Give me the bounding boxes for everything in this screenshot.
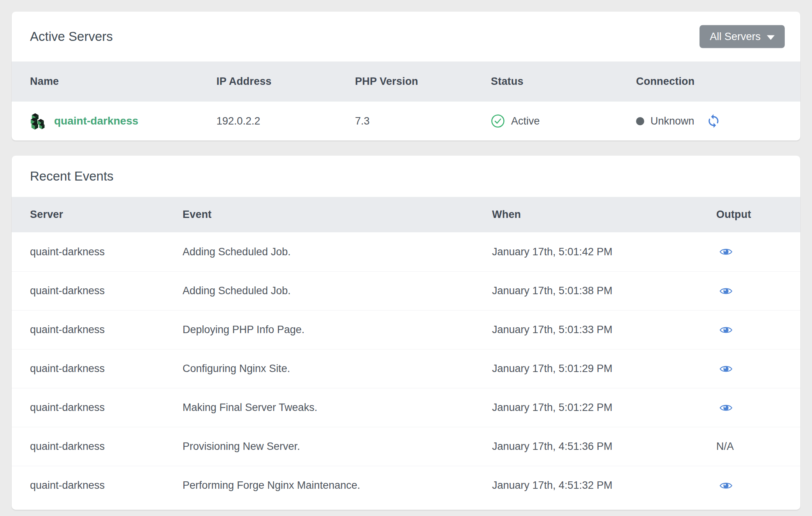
server-provider-icon [30,112,46,130]
all-servers-filter-label: All Servers [710,31,761,43]
event-row: quaint-darkness Configuring Nginx Site. … [12,349,800,388]
event-when: January 17th, 5:01:38 PM [492,285,716,297]
eye-icon [719,247,733,256]
view-output-button[interactable] [719,364,733,374]
event-description: Performing Forge Nginx Maintenance. [183,479,492,491]
event-when: January 17th, 5:01:29 PM [492,363,716,375]
column-header-output: Output [716,209,800,221]
server-php-version: 7.3 [355,115,491,127]
view-output-button[interactable] [719,403,733,412]
event-when: January 17th, 5:01:22 PM [492,402,716,414]
column-header-server: Server [12,209,183,221]
event-row: quaint-darkness Provisioning New Server.… [12,427,800,466]
eye-icon [719,325,733,335]
dashboard: Active Servers All Servers Name IP Addre… [0,0,812,510]
caret-down-icon [767,35,775,40]
event-description: Adding Scheduled Job. [183,246,492,258]
eye-icon [719,286,733,296]
server-connection: Unknown [636,114,800,128]
connection-status-dot-icon [636,117,644,125]
all-servers-filter-button[interactable]: All Servers [700,25,785,48]
event-description: Configuring Nginx Site. [183,363,492,375]
column-header-name: Name [12,75,216,88]
recent-events-title: Recent Events [30,167,785,185]
column-header-ip-address: IP Address [216,75,355,88]
event-row: quaint-darkness Performing Forge Nginx M… [12,466,800,505]
event-when: January 17th, 5:01:42 PM [492,246,716,258]
column-header-status: Status [491,75,636,88]
event-when: January 17th, 4:51:32 PM [492,479,716,491]
server-status-label: Active [511,115,540,127]
column-header-php-version: PHP Version [355,75,491,88]
event-description: Adding Scheduled Job. [183,285,492,297]
eye-icon [719,481,733,490]
event-server: quaint-darkness [12,285,183,297]
event-description: Making Final Server Tweaks. [183,402,492,414]
event-row: quaint-darkness Deploying PHP Info Page.… [12,310,800,349]
event-server: quaint-darkness [12,246,183,258]
active-servers-header: Active Servers All Servers [12,12,800,61]
refresh-connection-button[interactable] [706,114,721,128]
event-server: quaint-darkness [12,363,183,375]
recent-events-column-header-row: Server Event When Output [12,197,800,232]
output-not-available: N/A [716,441,734,452]
recent-events-header: Recent Events [12,156,800,197]
event-server: quaint-darkness [12,402,183,414]
active-servers-title: Active Servers [30,28,785,46]
event-server: quaint-darkness [12,479,183,491]
refresh-icon [706,114,721,128]
active-status-check-icon [491,114,505,128]
event-when: January 17th, 5:01:33 PM [492,324,716,336]
event-description: Provisioning New Server. [183,441,492,453]
column-header-when: When [492,209,716,221]
server-connection-label: Unknown [650,115,694,127]
active-servers-column-header-row: Name IP Address PHP Version Status Conne… [12,61,800,102]
server-row: quaint-darkness 192.0.2.2 7.3 Active Unk… [12,102,800,140]
view-output-button[interactable] [719,325,733,335]
view-output-button[interactable] [719,481,733,490]
active-servers-card: Active Servers All Servers Name IP Addre… [12,12,800,140]
event-row: quaint-darkness Adding Scheduled Job. Ja… [12,271,800,310]
server-ip-address: 192.0.2.2 [216,115,355,127]
server-name-link[interactable]: quaint-darkness [30,112,216,130]
view-output-button[interactable] [719,247,733,256]
server-name: quaint-darkness [54,115,138,127]
event-row: quaint-darkness Adding Scheduled Job. Ja… [12,232,800,271]
event-when: January 17th, 4:51:36 PM [492,441,716,453]
event-server: quaint-darkness [12,324,183,336]
eye-icon [719,403,733,412]
event-description: Deploying PHP Info Page. [183,324,492,336]
event-server: quaint-darkness [12,441,183,453]
column-header-event: Event [183,209,492,221]
recent-events-card: Recent Events Server Event When Output q… [12,156,800,510]
view-output-button[interactable] [719,286,733,296]
event-row: quaint-darkness Making Final Server Twea… [12,388,800,427]
eye-icon [719,364,733,374]
server-status: Active [491,114,636,128]
column-header-connection: Connection [636,75,800,88]
